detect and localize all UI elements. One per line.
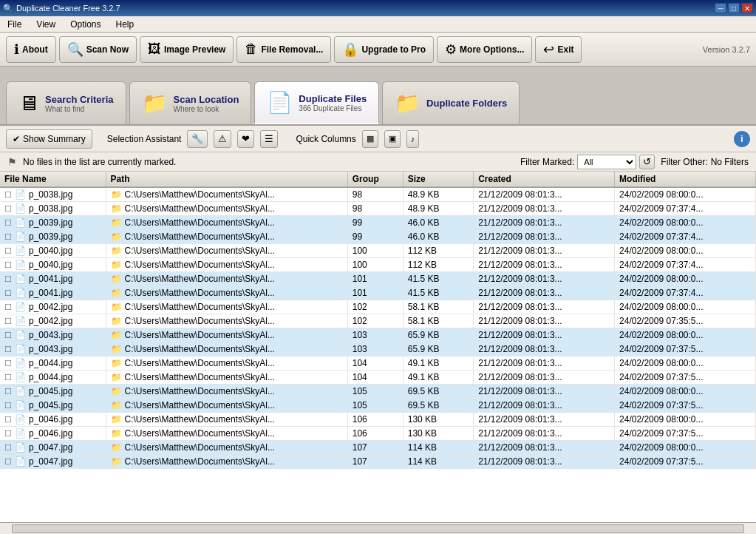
cell-filename: ☐📄p_0041.jpg [0, 272, 106, 286]
filter-marked-select[interactable]: All Marked Unmarked [577, 155, 636, 169]
menu-help[interactable]: Help [112, 18, 139, 31]
cell-path: 📁C:\Users\Matthew\Documents\SkyAl... [106, 187, 347, 202]
columns-music-button[interactable]: ♪ [406, 130, 420, 148]
table-container[interactable]: File Name Path Group Size Created Modifi… [0, 172, 756, 522]
checkbox-icon[interactable]: ☐ [4, 415, 12, 425]
table-row[interactable]: ☐📄p_0047.jpg📁C:\Users\Matthew\Documents\… [0, 455, 756, 469]
cell-modified: 24/02/2009 08:00:0... [615, 385, 756, 399]
tab-scan-location[interactable]: 📁 Scan Location Where to look [129, 81, 252, 124]
table-row[interactable]: ☐📄p_0041.jpg📁C:\Users\Matthew\Documents\… [0, 272, 756, 286]
cell-group: 102 [347, 300, 403, 314]
table-row[interactable]: ☐📄p_0042.jpg📁C:\Users\Matthew\Documents\… [0, 300, 756, 314]
filter-refresh-button[interactable]: ↺ [639, 155, 655, 169]
table-row[interactable]: ☐📄p_0040.jpg📁C:\Users\Matthew\Documents\… [0, 258, 756, 272]
checkbox-icon[interactable]: ☐ [4, 345, 12, 354]
table-row[interactable]: ☐📄p_0044.jpg📁C:\Users\Matthew\Documents\… [0, 371, 756, 385]
menu-view[interactable]: View [32, 18, 60, 31]
checkbox-icon[interactable]: ☐ [4, 232, 12, 242]
selection-menu-button[interactable]: ☰ [260, 130, 278, 148]
exit-label: Exit [557, 44, 573, 55]
table-row[interactable]: ☐📄p_0038.jpg📁C:\Users\Matthew\Documents\… [0, 187, 756, 202]
table-row[interactable]: ☐📄p_0044.jpg📁C:\Users\Matthew\Documents\… [0, 356, 756, 371]
checkbox-icon[interactable]: ☐ [4, 359, 12, 368]
image-preview-button[interactable]: 🖼 Image Preview [140, 36, 234, 63]
cell-created: 21/12/2009 08:01:3... [474, 187, 615, 202]
checkbox-icon[interactable]: ☐ [4, 443, 12, 453]
col-path[interactable]: Path [106, 172, 347, 187]
close-button[interactable]: ✕ [741, 3, 753, 13]
table-row[interactable]: ☐📄p_0047.jpg📁C:\Users\Matthew\Documents\… [0, 441, 756, 455]
control-bar: ✔ Show Summary Selection Assistant 🔧 ⚠ ❤… [0, 126, 756, 152]
checkbox-icon[interactable]: ☐ [4, 204, 12, 214]
more-options-button[interactable]: ⚙ More Options... [437, 36, 532, 63]
col-modified[interactable]: Modified [615, 172, 756, 187]
checkbox-icon[interactable]: ☐ [4, 457, 12, 467]
table-row[interactable]: ☐📄p_0046.jpg📁C:\Users\Matthew\Documents\… [0, 427, 756, 441]
columns-grid-button[interactable]: ▦ [362, 130, 378, 148]
file-removal-label: File Removal... [261, 44, 323, 55]
horizontal-scrollbar-track[interactable] [12, 524, 744, 533]
restore-button[interactable]: □ [728, 3, 740, 13]
table-row[interactable]: ☐📄p_0043.jpg📁C:\Users\Matthew\Documents\… [0, 342, 756, 356]
col-created[interactable]: Created [474, 172, 615, 187]
checkbox-icon[interactable]: ☐ [4, 288, 12, 298]
col-group[interactable]: Group [347, 172, 403, 187]
upgrade-button[interactable]: 🔒 Upgrade to Pro [334, 36, 434, 63]
table-row[interactable]: ☐📄p_0045.jpg📁C:\Users\Matthew\Documents\… [0, 385, 756, 399]
checkbox-icon[interactable]: ☐ [4, 246, 12, 256]
checkbox-icon[interactable]: ☐ [4, 190, 12, 200]
checkbox-icon[interactable]: ☐ [4, 303, 12, 312]
folder-small-icon: 📁 [111, 414, 122, 425]
scan-now-button[interactable]: 🔍 Scan Now [59, 36, 137, 63]
checkbox-icon[interactable]: ☐ [4, 218, 12, 228]
table-row[interactable]: ☐📄p_0042.jpg📁C:\Users\Matthew\Documents\… [0, 314, 756, 328]
minimize-button[interactable]: ─ [715, 3, 726, 13]
selection-wrench-button[interactable]: 🔧 [187, 130, 208, 148]
table-row[interactable]: ☐📄p_0043.jpg📁C:\Users\Matthew\Documents\… [0, 328, 756, 342]
about-button[interactable]: ℹ About [6, 36, 56, 63]
filter-other-label: Filter Other: [661, 157, 707, 167]
exit-button[interactable]: ↩ Exit [535, 36, 582, 63]
menu-file[interactable]: File [3, 18, 26, 31]
flag-icon: ⚑ [7, 156, 17, 168]
checkbox-icon[interactable]: ☐ [4, 429, 12, 439]
cell-group: 104 [347, 356, 403, 371]
checkbox-icon[interactable]: ☐ [4, 373, 12, 382]
checkbox-icon[interactable]: ☐ [4, 387, 12, 396]
menu-options[interactable]: Options [66, 18, 105, 31]
selection-heart-button[interactable]: ❤ [237, 130, 254, 148]
columns-box-button[interactable]: ▣ [384, 130, 401, 148]
about-label: About [22, 44, 48, 55]
checkbox-icon[interactable]: ☐ [4, 317, 12, 326]
info-button[interactable]: i [734, 131, 750, 147]
tab-search-criteria[interactable]: 🖥 Search Criteria What to find [6, 81, 126, 124]
cell-size: 114 KB [403, 441, 473, 455]
col-size[interactable]: Size [403, 172, 473, 187]
table-row[interactable]: ☐📄p_0045.jpg📁C:\Users\Matthew\Documents\… [0, 399, 756, 413]
cell-size: 112 KB [403, 244, 473, 258]
folder-small-icon: 📁 [111, 316, 122, 326]
files-table: File Name Path Group Size Created Modifi… [0, 172, 756, 469]
table-row[interactable]: ☐📄p_0041.jpg📁C:\Users\Matthew\Documents\… [0, 286, 756, 300]
cell-modified: 24/02/2009 07:37:4... [615, 286, 756, 300]
scan-location-title: Scan Location [174, 94, 239, 105]
col-filename[interactable]: File Name [0, 172, 106, 187]
table-row[interactable]: ☐📄p_0038.jpg📁C:\Users\Matthew\Documents\… [0, 202, 756, 216]
table-row[interactable]: ☐📄p_0039.jpg📁C:\Users\Matthew\Documents\… [0, 216, 756, 230]
checkbox-icon[interactable]: ☐ [4, 260, 12, 270]
cell-group: 106 [347, 427, 403, 441]
tab-duplicate-folders[interactable]: 📁 Duplicate Folders [382, 81, 520, 124]
checkbox-icon[interactable]: ☐ [4, 331, 12, 340]
table-row[interactable]: ☐📄p_0046.jpg📁C:\Users\Matthew\Documents\… [0, 413, 756, 427]
selection-warning-button[interactable]: ⚠ [214, 130, 231, 148]
show-summary-button[interactable]: ✔ Show Summary [6, 129, 92, 149]
file-removal-button[interactable]: 🗑 File Removal... [236, 36, 331, 63]
checkbox-icon[interactable]: ☐ [4, 274, 12, 284]
checkbox-icon[interactable]: ☐ [4, 401, 12, 410]
cell-created: 21/12/2009 08:01:3... [474, 216, 615, 230]
bottom-scrollbar[interactable] [0, 522, 756, 534]
table-row[interactable]: ☐📄p_0039.jpg📁C:\Users\Matthew\Documents\… [0, 230, 756, 244]
table-row[interactable]: ☐📄p_0040.jpg📁C:\Users\Matthew\Documents\… [0, 244, 756, 258]
cell-group: 99 [347, 216, 403, 230]
tab-duplicate-files[interactable]: 📄 Duplicate Files 366 Duplicate Files [254, 81, 379, 124]
